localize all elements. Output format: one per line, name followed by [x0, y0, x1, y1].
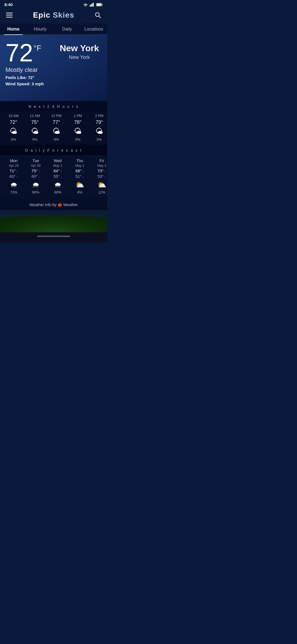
- hour-item: 10 AM 72° 🌤 0%: [3, 114, 24, 141]
- app-title-epic: Epic: [33, 11, 53, 19]
- day-item: Fri May 3 73° 53° ⛅ 12%: [91, 159, 107, 194]
- daily-list: Mon Apr 29 71° 60° 🌧 72% Tue Apr 30 75° …: [0, 155, 107, 199]
- daily-scroll[interactable]: Mon Apr 29 71° 60° 🌧 72% Tue Apr 30 75° …: [0, 155, 107, 199]
- day-low: 53°: [97, 174, 106, 179]
- hour-temp: 75°: [31, 119, 38, 125]
- day-label: Mon: [10, 159, 17, 163]
- day-precip: 12%: [98, 190, 105, 194]
- day-label: Fri: [100, 159, 104, 163]
- day-date: May 1: [53, 164, 62, 168]
- hour-temp: 72°: [10, 119, 17, 125]
- search-button[interactable]: [93, 10, 103, 20]
- hour-label: 1 PM: [74, 114, 82, 118]
- home-indicator[interactable]: [37, 236, 70, 237]
- footer-text: Weather Info by: [29, 203, 57, 207]
- day-weather-icon: 🌧: [54, 181, 61, 188]
- feels-like: Feels Like: 72°: [6, 75, 102, 80]
- day-label: Tue: [32, 159, 39, 163]
- hour-label: 2 PM: [95, 114, 103, 118]
- day-low: 60°: [31, 174, 40, 179]
- daily-section: D a i l y F o r e c a s t Mon Apr 29 71°…: [0, 145, 107, 199]
- day-low: 60°: [9, 174, 18, 179]
- day-date: Apr 29: [9, 164, 18, 168]
- hour-precip: 0%: [32, 137, 38, 141]
- hour-precip: 0%: [75, 137, 81, 141]
- day-high: 64°: [53, 168, 62, 173]
- day-weather-icon: ⛅: [97, 181, 106, 188]
- day-item: Thu May 2 68° 51° ⛅ 4%: [69, 159, 91, 194]
- svg-rect-0: [90, 5, 90, 7]
- status-bar: 8:40: [0, 0, 107, 8]
- wind-speed: Wind Speed: 3 mph: [6, 81, 102, 86]
- day-high: 75°: [31, 168, 40, 173]
- day-item: Mon Apr 29 71° 60° 🌧 72%: [3, 159, 25, 194]
- hourly-scroll[interactable]: 10 AM 72° 🌤 0% 11 AM 75° 🌤 0% 12 PM 77° …: [0, 111, 107, 145]
- tab-hourly[interactable]: Hourly: [27, 23, 54, 34]
- day-item: Tue Apr 30 75° 60° 🌧 60%: [25, 159, 47, 194]
- menu-button[interactable]: [4, 10, 14, 20]
- svg-line-11: [99, 16, 101, 18]
- feels-like-label: Feels Like:: [6, 75, 27, 80]
- hour-precip: 0%: [97, 137, 102, 141]
- hour-weather-icon: 🌤: [53, 127, 60, 135]
- weather-condition: Mostly clear: [6, 66, 102, 73]
- status-icons: [83, 3, 103, 7]
- app-header: Epic Skies: [0, 8, 107, 23]
- day-low: 51°: [75, 174, 84, 179]
- footer-attribution: 🍎 Weather: [57, 203, 78, 207]
- day-label: Wed: [54, 159, 62, 163]
- app-title: Epic Skies: [14, 11, 93, 20]
- day-high: 73°: [97, 168, 106, 173]
- svg-rect-8: [6, 15, 13, 16]
- city-block: New York New York: [60, 43, 99, 60]
- tab-home[interactable]: Home: [0, 23, 27, 34]
- app-title-skies: Skies: [53, 11, 74, 19]
- bottom-bar: [0, 232, 107, 242]
- hour-weather-icon: 🌤: [74, 127, 82, 135]
- wind-speed-label: Wind Speed:: [6, 81, 31, 86]
- day-item: Wed May 1 64° 55° 🌧 60%: [47, 159, 69, 194]
- state-name: New York: [60, 54, 99, 60]
- weather-hero: 72 °F New York New York Mostly clear Fee…: [0, 35, 107, 101]
- day-precip: 60%: [54, 190, 61, 194]
- day-date: Apr 30: [31, 164, 40, 168]
- hour-precip: 0%: [11, 137, 16, 141]
- tab-daily[interactable]: Daily: [54, 23, 81, 34]
- svg-rect-6: [97, 4, 101, 6]
- day-low: 55°: [53, 174, 62, 179]
- hour-precip: 0%: [54, 137, 59, 141]
- day-precip: 60%: [32, 190, 39, 194]
- svg-rect-9: [6, 17, 13, 18]
- hour-label: 12 PM: [51, 114, 62, 118]
- city-name: New York: [60, 43, 99, 53]
- daily-header: D a i l y F o r e c a s t: [0, 145, 107, 155]
- svg-rect-1: [91, 4, 92, 7]
- tab-locations[interactable]: Locations: [81, 23, 108, 34]
- day-date: May 3: [97, 164, 106, 168]
- hour-item: 12 PM 77° 🌤 0%: [46, 114, 67, 141]
- wind-speed-value: 3 mph: [32, 81, 44, 86]
- day-high: 71°: [9, 168, 18, 173]
- wifi-icon: [83, 3, 88, 7]
- footer: Weather Info by 🍎 Weather: [0, 199, 107, 210]
- svg-rect-3: [93, 3, 94, 7]
- svg-rect-7: [6, 13, 13, 13]
- day-weather-icon: 🌧: [32, 181, 39, 188]
- svg-rect-2: [92, 3, 93, 7]
- temperature-unit: °F: [34, 44, 41, 53]
- hour-weather-icon: 🌤: [95, 127, 103, 135]
- hour-item: 1 PM 78° 🌤 0%: [67, 114, 89, 141]
- feels-like-value: 72°: [28, 75, 34, 80]
- next-hours-header: N e x t 2 4 H o u r s: [0, 101, 107, 111]
- day-label: Thu: [76, 159, 83, 163]
- hour-temp: 77°: [53, 119, 60, 125]
- day-weather-icon: 🌧: [10, 181, 17, 188]
- day-weather-icon: ⛅: [75, 181, 84, 188]
- hour-temp: 79°: [95, 119, 103, 125]
- current-temperature: 72: [6, 40, 33, 65]
- nav-tabs: Home Hourly Daily Locations: [0, 23, 107, 35]
- hour-weather-icon: 🌤: [31, 127, 39, 135]
- hourly-list: 10 AM 72° 🌤 0% 11 AM 75° 🌤 0% 12 PM 77° …: [0, 111, 107, 145]
- day-high: 68°: [75, 168, 84, 173]
- day-date: May 2: [75, 164, 84, 168]
